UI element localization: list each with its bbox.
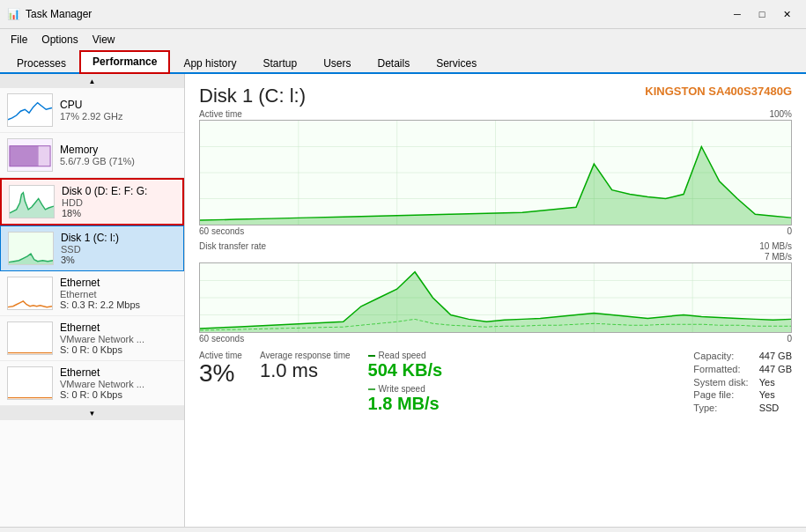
maximize-button[interactable]: □ [750,5,774,23]
ethernet3-name: Ethernet [60,366,177,379]
sidebar-item-memory[interactable]: Memory 5.6/7.9 GB (71%) [0,133,184,178]
chart2-label-left: Disk transfer rate [199,241,266,251]
memory-info: Memory 5.6/7.9 GB (71%) [60,144,177,166]
disk1-info: Disk 1 (C: l:) SSD 3% [61,232,176,265]
title-bar-controls: ─ □ ✕ [725,5,799,23]
sidebar-scroll-up[interactable]: ▲ [0,74,184,88]
chart1-time-right: 0 [787,226,792,236]
ethernet3-sub: VMware Network ... [60,379,177,389]
chart1-label-left: Active time [199,109,242,119]
disk-brand: KINGSTON SA400S37480G [645,85,792,98]
cpu-name: CPU [60,99,177,111]
close-button[interactable]: ✕ [774,5,799,23]
read-dot-icon [368,355,375,357]
ethernet3-speed: S: 0 R: 0 Kbps [60,389,177,400]
chart2-label-right2: 7 MB/s [199,252,792,262]
read-speed-label: Read speed [368,351,443,360]
ethernet1-name: Ethernet [60,277,177,289]
tab-app-history[interactable]: App history [170,52,249,74]
tab-services[interactable]: Services [423,52,490,74]
tab-details[interactable]: Details [364,52,423,74]
write-speed-block: Write speed 1.8 MB/s [368,384,443,414]
disk1-name: Disk 1 (C: l:) [61,232,176,244]
sidebar-scroll-down[interactable]: ▼ [0,406,184,420]
disk-transfer-chart [199,262,792,333]
sidebar-item-ethernet2[interactable]: Ethernet VMware Network ... S: 0 R: 0 Kb… [0,316,184,361]
disk0-mini-chart [9,185,55,218]
menu-options[interactable]: Options [34,31,85,48]
read-speed-block: Read speed 504 KB/s [368,351,443,381]
system-disk-label: System disk: [693,377,748,388]
details-grid: Capacity: 447 GB Formatted: 447 GB Syste… [693,351,792,414]
page-file-label: Page file: [693,389,748,401]
minimize-button[interactable]: ─ [725,5,750,23]
menu-view[interactable]: View [85,31,122,48]
main-content: ▲ CPU 17% 2.92 GHz Memo [0,74,806,527]
sidebar-item-disk1[interactable]: Disk 1 (C: l:) SSD 3% [0,225,184,271]
disk-title: Disk 1 (C: l:) [199,85,306,107]
active-time-value: 3% [199,360,242,388]
chart1-time-left: 60 seconds [199,226,244,236]
tab-users[interactable]: Users [310,52,364,74]
disk-header: Disk 1 (C: l:) KINGSTON SA400S37480G [199,85,792,107]
tabs: Processes Performance App history Startu… [0,50,806,74]
disk1-mini-chart [8,232,54,265]
svg-marker-3 [9,254,53,264]
chart1-label-row: Active time 100% [199,109,792,119]
avg-response-value: 1.0 ms [260,360,351,381]
disk0-pct: 18% [62,208,175,218]
tab-performance[interactable]: Performance [79,50,170,74]
chart2-time-right: 0 [787,334,792,344]
chart1-label-right: 100% [769,109,792,119]
formatted-value: 447 GB [759,364,792,375]
write-speed-value: 1.8 MB/s [368,394,443,414]
write-speed-label: Write speed [368,384,443,394]
app-icon: 📊 [7,8,20,20]
active-time-chart [199,120,792,225]
memory-usage: 5.6/7.9 GB (71%) [60,156,177,166]
ethernet3-info: Ethernet VMware Network ... S: 0 R: 0 Kb… [60,366,177,400]
chart2-time-row: 60 seconds 0 [199,334,792,344]
menu-file[interactable]: File [4,31,34,48]
type-label: Type: [693,403,748,414]
speed-stat: Read speed 504 KB/s Write speed 1.8 MB/s [368,351,443,414]
ethernet3-mini-chart [7,366,53,400]
chart2-time-left: 60 seconds [199,334,244,344]
read-speed-value: 504 KB/s [368,360,443,381]
sidebar-item-cpu[interactable]: CPU 17% 2.92 GHz [0,88,184,133]
sidebar-item-ethernet1[interactable]: Ethernet Ethernet S: 0.3 R: 2.2 Mbps [0,271,184,316]
memory-mini-chart [7,138,53,172]
disk1-pct: 3% [61,255,176,265]
svg-marker-2 [10,193,54,218]
disk0-type: HDD [62,197,175,208]
title-bar: 📊 Task Manager ─ □ ✕ [0,0,806,29]
disk0-name: Disk 0 (D: E: F: G: [62,185,175,197]
right-panel: Disk 1 (C: l:) KINGSTON SA400S37480G Act… [185,74,806,527]
ethernet2-name: Ethernet [60,321,177,334]
svg-rect-1 [10,146,39,166]
title-bar-left: 📊 Task Manager [7,8,92,20]
cpu-mini-chart [7,93,53,127]
sidebar-item-ethernet3[interactable]: Ethernet VMware Network ... S: 0 R: 0 Kb… [0,361,184,406]
chart2-label-right: 10 MB/s [759,241,792,251]
cpu-info: CPU 17% 2.92 GHz [60,99,177,122]
write-dot-icon [368,388,375,390]
ethernet2-mini-chart [7,321,53,355]
chart1-time-row: 60 seconds 0 [199,226,792,236]
capacity-value: 447 GB [759,351,792,362]
tab-startup[interactable]: Startup [249,52,310,74]
sidebar-item-disk0[interactable]: Disk 0 (D: E: F: G: HDD 18% [0,178,184,225]
tab-processes[interactable]: Processes [4,52,79,74]
formatted-label: Formatted: [693,364,748,375]
ethernet1-speed: S: 0.3 R: 2.2 Mbps [60,299,177,310]
page-file-value: Yes [759,389,792,401]
capacity-label: Capacity: [693,351,748,362]
active-time-chart-section: Active time 100% [199,109,792,236]
disk1-type: SSD [61,244,176,255]
memory-name: Memory [60,144,177,156]
ethernet2-sub: VMware Network ... [60,334,177,344]
app-title: Task Manager [26,8,92,20]
ethernet2-info: Ethernet VMware Network ... S: 0 R: 0 Kb… [60,321,177,355]
ethernet1-sub: Ethernet [60,289,177,299]
sidebar: ▲ CPU 17% 2.92 GHz Memo [0,74,185,527]
